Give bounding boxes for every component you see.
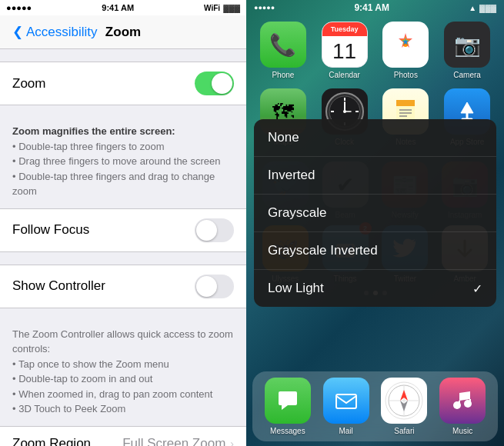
zoom-region-section: Zoom Region Full Screen Zoom › Zoom Filt… [0,426,246,447]
zoom-filter-popup: None Inverted Grayscale Grayscale Invert… [254,119,496,307]
toggle-thumb [212,73,232,94]
dock-music[interactable]: Music [436,378,489,435]
zoom-region-value-container: Full Screen Zoom › [122,436,234,447]
zoom-toggle[interactable] [195,72,234,95]
music-label: Music [452,427,472,435]
popup-item-inverted[interactable]: Inverted [254,157,496,195]
back-button[interactable]: ❮ Accessibility [12,24,98,40]
home-screen-panel: ●●●●● 9:41 AM ▲ ▓▓▓ 📞 Phone Tuesday 11 C… [246,0,504,446]
wifi-icon: WiFi [204,4,220,12]
camera-icon: 📷 [444,22,490,68]
dock-safari[interactable]: Safari [379,378,431,435]
zoom-desc-title: Zoom magnifies the entire screen: [12,125,175,137]
zoom-section: Zoom [0,62,246,105]
status-bar-left: ●●●●● 9:41 AM WiFi ▓▓▓ [0,0,246,15]
show-controller-row: Show Controller [0,265,246,308]
zoom-label: Zoom [12,76,45,92]
dock-background: Messages Mail [252,371,498,441]
battery-right-icon: ▓▓▓ [479,4,496,12]
status-icons-left: WiFi ▓▓▓ [204,4,240,12]
follow-focus-row: Follow Focus [0,209,246,251]
zoom-region-label: Zoom Region [12,436,91,447]
follow-focus-section: Follow Focus [0,208,246,252]
app-phone[interactable]: 📞 Phone [255,22,311,79]
battery-right: ▲ ▓▓▓ [469,4,496,12]
checkmark-icon: ✓ [472,281,482,296]
follow-focus-label: Follow Focus [12,222,89,238]
calendar-icon: Tuesday 11 [322,22,368,68]
controller-description: The Zoom Controller allows quick access … [0,321,246,426]
music-icon [439,378,486,424]
battery-icon: ▓▓▓ [223,4,240,12]
popup-grayscale-label: Grayscale [268,205,327,221]
photos-icon [382,22,429,68]
time-left: 9:41 AM [102,3,134,12]
photos-label: Photos [394,71,418,79]
status-bar-right: ●●●●● 9:41 AM ▲ ▓▓▓ [246,0,504,15]
cal-date: 11 [332,36,356,67]
app-camera[interactable]: 📷 Camera [439,22,495,79]
show-controller-label: Show Controller [12,278,105,294]
back-label: Accessibility [26,25,98,40]
messages-label: Messages [270,427,305,435]
popup-low-light-label: Low Light [268,281,324,296]
show-controller-section: Show Controller [0,265,246,308]
popup-item-grayscale-inverted[interactable]: Grayscale Inverted [254,232,496,270]
phone-icon: 📞 [260,22,306,68]
signal-strength: ●●●●● [6,3,32,12]
page-title: Zoom [105,25,141,40]
popup-inverted-label: Inverted [268,168,315,183]
zoom-description: Zoom magnifies the entire screen: • Doub… [0,118,246,208]
popup-none-label: None [268,130,299,145]
dock: Messages Mail [252,371,498,441]
popup-item-none[interactable]: None [254,119,496,157]
camera-label: Camera [453,71,481,79]
popup-item-low-light[interactable]: Low Light ✓ [254,270,496,307]
svg-rect-11 [396,100,415,106]
app-photos[interactable]: Photos [379,22,434,79]
dock-mail[interactable]: Mail [320,378,372,435]
popup-grayscale-inverted-label: Grayscale Inverted [268,243,378,258]
time-right: 9:41 AM [354,2,389,13]
settings-list: Zoom Zoom magnifies the entire screen: •… [0,49,246,446]
settings-panel: ●●●●● 9:41 AM WiFi ▓▓▓ ❮ Accessibility Z… [0,0,246,446]
wifi-right-icon: ▲ [469,4,476,12]
zoom-region-value: Full Screen Zoom [122,436,225,447]
calendar-label: Calendar [329,71,360,79]
popup-item-grayscale[interactable]: Grayscale [254,195,496,232]
chevron-left-icon: ❮ [12,24,23,40]
safari-icon [381,378,427,424]
toggle-thumb-2 [196,220,217,241]
mail-label: Mail [339,427,352,435]
zoom-description-text: Zoom magnifies the entire screen: • Doub… [12,124,234,199]
dock-messages[interactable]: Messages [262,378,314,435]
toggle-thumb-3 [196,276,217,297]
svg-point-9 [343,110,346,113]
controller-desc-text: The Zoom Controller allows quick access … [12,327,234,417]
app-grid-row1: 📞 Phone Tuesday 11 Calendar [252,22,498,79]
cal-month: Tuesday [331,25,359,33]
phone-label: Phone [272,71,294,79]
navigation-bar: ❮ Accessibility Zoom [0,15,246,49]
show-controller-toggle[interactable] [195,275,234,298]
cal-header: Tuesday [322,22,367,36]
zoom-region-row[interactable]: Zoom Region Full Screen Zoom › [0,427,246,447]
mail-icon [323,378,369,424]
signal-dots: ●●●●● [254,4,275,12]
chevron-right-icon-1: › [230,438,234,447]
svg-rect-18 [336,394,356,408]
zoom-row: Zoom [0,62,246,105]
follow-focus-toggle[interactable] [195,218,234,242]
messages-icon [265,378,311,424]
safari-label: Safari [394,427,414,435]
app-calendar[interactable]: Tuesday 11 Calendar [317,22,372,79]
